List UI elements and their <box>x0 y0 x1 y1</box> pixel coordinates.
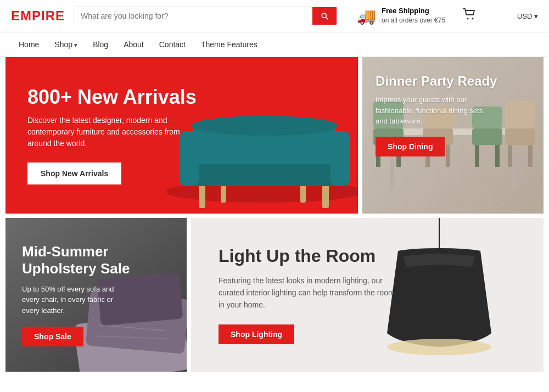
svg-point-1 <box>472 18 474 20</box>
svg-rect-5 <box>221 183 226 203</box>
shop-sale-button[interactable]: Shop Sale <box>22 327 83 346</box>
search-icon <box>320 12 329 20</box>
nav-list: Home Shop Blog About Contact Theme Featu… <box>11 32 265 57</box>
currency-selector[interactable]: USD ▾ <box>517 12 538 20</box>
hero-panel: 800+ New Arrivals Discover the latest de… <box>5 57 358 214</box>
site-header: EMPIRE 🚚 Free Shipping on all orders ove… <box>0 0 549 32</box>
svg-point-11 <box>192 116 338 136</box>
cart-icon[interactable] <box>463 8 476 24</box>
dining-panel: Dinner Party Ready Impress your guests w… <box>362 57 544 214</box>
svg-rect-6 <box>300 183 306 203</box>
svg-point-0 <box>467 18 469 20</box>
nav-item-blog[interactable]: Blog <box>85 32 116 57</box>
main-nav: Home Shop Blog About Contact Theme Featu… <box>0 32 549 57</box>
nav-item-about[interactable]: About <box>116 32 152 57</box>
svg-rect-4 <box>322 183 329 208</box>
upholstery-description: Up to 50% off every sofa and every chair… <box>22 284 132 316</box>
svg-rect-10 <box>330 131 350 186</box>
top-banner-row: 800+ New Arrivals Discover the latest de… <box>5 57 544 214</box>
nav-item-contact[interactable]: Contact <box>152 32 193 57</box>
svg-rect-3 <box>199 183 205 208</box>
dining-heading: Dinner Party Ready <box>376 74 530 89</box>
upholstery-panel: Mid-Summer Upholstery Sale Up to 50% off… <box>5 218 187 372</box>
nav-item-home[interactable]: Home <box>11 32 47 57</box>
search-bar <box>74 7 337 25</box>
nav-item-theme-features[interactable]: Theme Features <box>193 32 265 57</box>
dining-description: Impress your guests with our fashionable… <box>376 94 496 127</box>
truck-icon: 🚚 <box>357 7 376 25</box>
search-button[interactable] <box>312 7 337 25</box>
shipping-info: 🚚 Free Shipping on all orders over €75 <box>357 7 445 25</box>
upholstery-heading: Mid-Summer Upholstery Sale <box>22 243 170 277</box>
nav-item-shop[interactable]: Shop <box>47 32 85 57</box>
site-logo[interactable]: EMPIRE <box>11 8 65 24</box>
lamp-illustration <box>368 218 511 372</box>
shop-dining-button[interactable]: Shop Dining <box>376 137 445 156</box>
bottom-banner-row: Mid-Summer Upholstery Sale Up to 50% off… <box>5 214 544 372</box>
lighting-panel: Light Up the Room Featuring the latest l… <box>191 218 544 372</box>
search-input[interactable] <box>74 7 312 25</box>
svg-point-38 <box>387 339 491 355</box>
sofa-illustration <box>155 82 358 214</box>
shipping-title: Free Shipping <box>382 7 445 16</box>
svg-rect-9 <box>180 131 199 186</box>
shipping-subtitle: on all orders over €75 <box>382 16 445 24</box>
shop-new-arrivals-button[interactable]: Shop New Arrivals <box>27 163 121 184</box>
shop-lighting-button[interactable]: Shop Lighting <box>219 324 294 344</box>
